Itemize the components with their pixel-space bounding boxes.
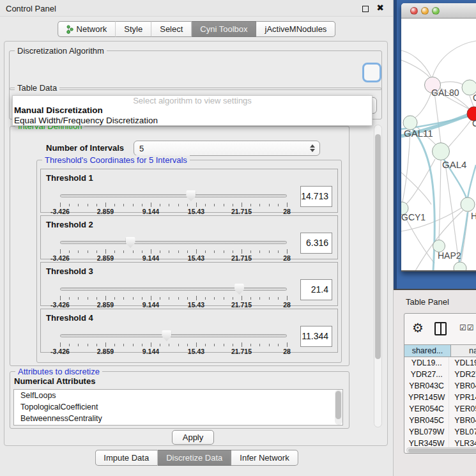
table-cell[interactable]: YDR27...: [449, 369, 476, 380]
attribute-item-selfloops[interactable]: SelfLoops: [14, 390, 342, 401]
threshold-value-field[interactable]: 6.316: [300, 233, 332, 254]
network-canvas[interactable]: GAL80GACGAL11GAL4GCY1HHAP2: [401, 19, 476, 270]
table-cell[interactable]: YDL19...: [449, 357, 476, 369]
algorithm-combobox-fragment[interactable]: [362, 63, 381, 82]
bottom-tab-impute-data[interactable]: Impute Data: [95, 450, 158, 466]
table-horizontal-scrollbar-thumb[interactable]: [408, 449, 476, 452]
attribute-item-topologicalcoefficient[interactable]: TopologicalCoefficient: [14, 401, 342, 413]
threshold-label: Threshold 4: [46, 313, 93, 323]
table-cell[interactable]: YBL079W: [449, 426, 476, 438]
threshold-slider-thumb[interactable]: [162, 330, 171, 341]
algorithm-option-manual-discretization[interactable]: Manual Discretization: [13, 105, 372, 116]
table-row[interactable]: YBR043CYBR043C: [404, 380, 476, 392]
bottom-tab-infer-network[interactable]: Infer Network: [231, 450, 298, 466]
number-of-intervals-combobox[interactable]: 5: [134, 141, 320, 156]
tab-cyni-toolbox[interactable]: Cyni Toolbox: [192, 21, 256, 37]
tick-mark: [214, 250, 215, 253]
table-row[interactable]: YBR045CYBR045C: [404, 415, 476, 426]
content-vertical-scrollbar-thumb[interactable]: [375, 134, 381, 359]
column-header-name[interactable]: name: [451, 344, 476, 357]
threshold-value-field[interactable]: 21.4: [300, 279, 332, 300]
network-edge[interactable]: [403, 130, 410, 202]
network-edge[interactable]: [468, 165, 476, 198]
tab-jactivemnodules[interactable]: jActiveMNodules: [257, 21, 336, 37]
table-cell[interactable]: YER054C: [404, 403, 449, 415]
tab-style[interactable]: Style: [116, 21, 151, 37]
tick-mark: [205, 250, 206, 253]
attributes-list-scrollbar[interactable]: [335, 390, 342, 425]
table-row[interactable]: YPR145WYPR145W: [404, 392, 476, 403]
table-cell[interactable]: YBR045C: [449, 415, 476, 426]
table-cell[interactable]: YPR145W: [449, 392, 476, 403]
network-node[interactable]: [454, 262, 466, 270]
tick-mark: [169, 250, 169, 253]
tick-mark: [142, 297, 142, 300]
table-horizontal-scrollbar[interactable]: [406, 447, 476, 453]
threshold-value-field[interactable]: 11.344: [300, 326, 332, 347]
table-cell[interactable]: YER054C: [449, 403, 476, 415]
network-node-label: GAL11: [404, 128, 433, 139]
attributes-list-scrollbar-thumb[interactable]: [335, 391, 341, 419]
threshold-slider-thumb[interactable]: [234, 284, 244, 295]
mac-zoom-icon[interactable]: [432, 7, 440, 15]
attribute-item-betweennesscentrality[interactable]: BetweennessCentrality: [14, 413, 342, 424]
tab-select[interactable]: Select: [151, 21, 192, 37]
float-window-icon[interactable]: [362, 6, 369, 12]
table-cell[interactable]: YDR27...: [404, 369, 449, 380]
network-edge[interactable]: [434, 93, 441, 143]
tick-mark: [196, 249, 197, 254]
threshold-slider-track[interactable]: [60, 194, 287, 197]
content-vertical-scrollbar[interactable]: [374, 125, 382, 427]
network-edge[interactable]: [440, 82, 463, 84]
threshold-slider-track[interactable]: [60, 288, 287, 291]
network-edge[interactable]: [439, 160, 441, 240]
threshold-slider-track[interactable]: [60, 334, 287, 337]
network-node-h[interactable]: [461, 197, 475, 211]
select-checkboxes-icon[interactable]: ☑☑: [459, 323, 475, 332]
gear-icon[interactable]: ⚙: [412, 320, 424, 335]
table-row[interactable]: YDL19...YDL19...: [404, 357, 476, 369]
apply-button[interactable]: Apply: [172, 430, 214, 445]
network-edge[interactable]: [401, 60, 431, 79]
tick-label: 15.43: [188, 301, 204, 309]
table-cell[interactable]: YBR045C: [404, 415, 449, 426]
algorithm-option-equal-width-frequency-discretization[interactable]: Equal Width/Frequency Discretization: [13, 116, 372, 126]
tick-mark: [123, 204, 124, 206]
bottom-tab-discretize-data[interactable]: Discretize Data: [158, 450, 231, 466]
table-row[interactable]: YER054CYER054C: [404, 403, 476, 415]
close-icon[interactable]: ✖: [376, 3, 384, 13]
network-edge[interactable]: [411, 128, 434, 270]
network-node-gal4[interactable]: [433, 143, 450, 160]
threshold-label: Threshold 1: [46, 173, 93, 183]
tab-network[interactable]: Network: [58, 21, 116, 37]
threshold-slider-track[interactable]: [60, 241, 287, 244]
network-edge[interactable]: [414, 93, 431, 118]
network-window-titlebar[interactable]: [401, 3, 476, 19]
tick-mark: [69, 297, 70, 300]
desktop-edge: [394, 0, 397, 289]
table-cell[interactable]: YBR043C: [449, 380, 476, 392]
mac-minimize-icon[interactable]: [421, 7, 429, 15]
table-cell[interactable]: YBR043C: [404, 380, 449, 392]
table-row[interactable]: YDR27...YDR27...: [404, 369, 476, 380]
network-edge[interactable]: [401, 173, 431, 204]
tick-mark: [269, 204, 270, 206]
network-node-label: GAL80: [431, 88, 459, 98]
network-edge[interactable]: [449, 120, 471, 147]
network-edge[interactable]: [401, 50, 431, 77]
threshold-value-field[interactable]: 14.713: [300, 186, 332, 207]
column-header-shared[interactable]: shared...: [404, 344, 451, 357]
tick-mark: [78, 204, 79, 206]
table-row[interactable]: YBL079WYBL079W: [404, 426, 476, 438]
threshold-slider-thumb[interactable]: [126, 237, 135, 248]
table-cell[interactable]: YPR145W: [404, 392, 449, 403]
table-cell[interactable]: YDL19...: [404, 357, 449, 369]
split-columns-icon[interactable]: [434, 322, 447, 335]
mac-close-icon[interactable]: [410, 7, 418, 15]
threshold-slider-thumb[interactable]: [186, 190, 196, 201]
network-edge[interactable]: [433, 41, 476, 77]
tick-mark: [114, 344, 115, 346]
tick-mark: [205, 344, 206, 346]
numerical-attributes-list[interactable]: SelfLoopsTopologicalCoefficientBetweenne…: [13, 389, 343, 426]
table-cell[interactable]: YBL079W: [404, 426, 449, 438]
